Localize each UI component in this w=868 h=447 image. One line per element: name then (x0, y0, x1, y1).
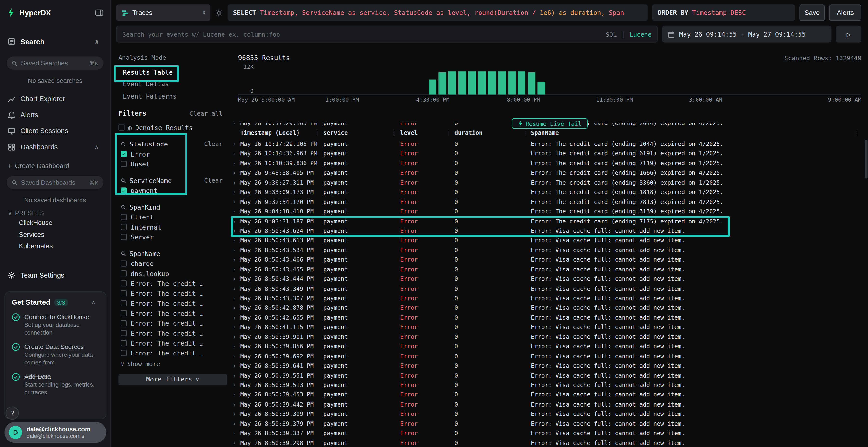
table-row[interactable]: ›May 26 8:50:43.624 PMpaymentError0Error… (232, 226, 863, 236)
sidebar-item-chart-explorer[interactable]: Chart Explorer (0, 91, 110, 107)
checkbox[interactable] (121, 350, 127, 356)
checkbox[interactable] (121, 340, 127, 346)
table-row[interactable]: ›May 26 8:50:43.466 PMpaymentError0Error… (232, 255, 863, 265)
sidebar-item-search[interactable]: Search ∧ (0, 33, 110, 50)
expand-row-icon[interactable]: › (232, 265, 240, 274)
preset-item-kubernetes[interactable]: Kubernetes (0, 240, 110, 251)
expand-row-icon[interactable]: › (232, 236, 240, 245)
chevron-up-icon[interactable]: ∧ (91, 299, 99, 305)
table-row[interactable]: ›May 26 10:14:36.963 PMpaymentError0Erro… (232, 149, 863, 159)
checkbox[interactable] (121, 260, 127, 266)
expand-row-icon[interactable]: › (232, 284, 240, 294)
table-row[interactable]: ›May 26 8:50:43.613 PMpaymentError0Error… (232, 236, 863, 245)
expand-row-icon[interactable]: › (232, 216, 240, 226)
filter-option[interactable]: ✓payment (118, 185, 227, 195)
saved-searches-input[interactable]: Saved Searches ⌘K (7, 56, 104, 70)
filter-option[interactable]: Server (118, 232, 227, 242)
chevron-up-icon[interactable]: ∧ (95, 38, 102, 44)
filter-option[interactable]: Error: The credit card … (118, 318, 227, 328)
alerts-button[interactable]: Alerts (829, 4, 861, 21)
checkbox[interactable] (121, 280, 127, 286)
table-row[interactable]: ›May 26 8:50:39.856 PMpaymentError0Error… (232, 342, 863, 351)
table-row[interactable]: ›May 26 8:50:39.453 PMpaymentError0Error… (232, 390, 863, 400)
denoise-results-toggle[interactable]: ◐ Denoise Results (118, 123, 227, 133)
checkbox[interactable] (118, 125, 124, 131)
filter-option[interactable]: Client (118, 212, 227, 222)
filter-option[interactable]: Error: The credit card … (118, 338, 227, 348)
sidebar-item-client-sessions[interactable]: Client Sessions (0, 123, 110, 139)
more-filters-button[interactable]: More filters ∨ (118, 374, 227, 385)
mode-event-patterns[interactable]: Event Patterns (118, 90, 227, 102)
table-row[interactable]: ›May 26 8:50:39.442 PMpaymentError0Error… (232, 400, 863, 409)
lucene-mode-toggle[interactable]: Lucene (629, 31, 651, 38)
show-more-button[interactable]: ∨ Show more (118, 360, 227, 368)
expand-row-icon[interactable]: › (232, 429, 240, 438)
checkbox[interactable]: ✓ (121, 187, 127, 194)
table-scrollbar[interactable] (865, 140, 867, 179)
expand-row-icon[interactable]: › (232, 123, 240, 128)
filter-group-name[interactable]: StatusCode (129, 140, 168, 148)
table-row[interactable]: ›May 26 9:48:38.405 PMpaymentError0Error… (232, 168, 863, 178)
column-handle-icon[interactable]: ⋮ (392, 129, 397, 136)
expand-row-icon[interactable]: › (232, 400, 240, 409)
column-handle-icon[interactable]: ⋮ (315, 129, 320, 136)
filter-option[interactable]: Error: The credit card … (118, 308, 227, 318)
sidebar-item-team-settings[interactable]: Team Settings (0, 267, 110, 284)
checkbox[interactable]: ✓ (121, 151, 127, 157)
table-row[interactable]: ›May 26 10:10:39.836 PMpaymentError0Erro… (232, 159, 863, 168)
table-row[interactable]: ›May 26 8:50:39.379 PMpaymentError0Error… (232, 419, 863, 429)
table-row[interactable]: ›May 26 8:50:43.444 PMpaymentError0Error… (232, 274, 863, 284)
checkbox[interactable] (121, 234, 127, 240)
collapse-sidebar-icon[interactable] (95, 9, 103, 16)
filter-option[interactable]: ✓Error (118, 149, 227, 159)
expand-row-icon[interactable]: › (232, 178, 240, 187)
expand-row-icon[interactable]: › (232, 313, 240, 322)
expand-row-icon[interactable]: › (232, 361, 240, 371)
filter-group-name[interactable]: ServiceName (129, 177, 172, 184)
chevron-up-icon[interactable]: ∧ (95, 144, 102, 150)
sql-orderby-editor[interactable]: ORDER BY Timestamp DESC (652, 4, 795, 21)
user-menu[interactable]: D dale@clickhouse.com dale@clickhouse.co… (4, 422, 106, 443)
expand-row-icon[interactable]: › (232, 371, 240, 380)
column-handle-icon[interactable]: ⋮ (522, 129, 528, 136)
filter-option[interactable]: charge (118, 259, 227, 268)
table-row[interactable]: ›May 26 9:03:31.187 PMpaymentError0Error… (232, 216, 863, 226)
column-header-service[interactable]: service⋮ (323, 129, 400, 136)
get-started-item[interactable]: Create Data Sources Configure where your… (11, 343, 99, 366)
filter-option[interactable]: Error: The credit card … (118, 348, 227, 358)
get-started-item[interactable]: Add Data Start sending logs, metrics, or… (11, 373, 99, 396)
create-dashboard-button[interactable]: + Create Dashboard (0, 158, 110, 174)
expand-row-icon[interactable]: › (232, 342, 240, 351)
help-button[interactable]: ? (5, 407, 19, 420)
filter-option[interactable]: Unset (118, 159, 227, 169)
saved-dashboards-input[interactable]: Saved Dashboards ⌘K (7, 176, 104, 189)
table-row[interactable]: ›May 26 8:50:39.399 PMpaymentError0Error… (232, 409, 863, 419)
filter-option[interactable]: Error: The credit card … (118, 278, 227, 288)
checkbox[interactable] (121, 330, 127, 336)
column-header-timestamp[interactable]: Timestamp (Local)⋮ (240, 129, 323, 136)
checkbox[interactable] (121, 290, 127, 296)
preset-item-clickhouse[interactable]: ClickHouse (0, 217, 110, 228)
filter-option[interactable]: Error: The credit card … (118, 328, 227, 338)
expand-row-icon[interactable]: › (232, 380, 240, 390)
table-row[interactable]: ›May 26 9:04:18.410 PMpaymentError0Error… (232, 207, 863, 216)
expand-row-icon[interactable]: › (232, 390, 240, 400)
table-row[interactable]: ›May 26 8:50:41.115 PMpaymentError0Error… (232, 322, 863, 332)
expand-row-icon[interactable]: › (232, 139, 240, 149)
expand-row-icon[interactable]: › (232, 159, 240, 168)
filter-option[interactable]: dns.lookup (118, 269, 227, 278)
date-range-picker[interactable]: May 26 09:14:55 - May 27 09:14:55 (662, 26, 832, 43)
table-row[interactable]: ›May 26 9:33:09.173 PMpaymentError0Error… (232, 187, 863, 197)
checkbox[interactable] (121, 300, 127, 306)
expand-row-icon[interactable]: › (232, 207, 240, 216)
filter-group-name[interactable]: SpanName (129, 250, 160, 257)
table-row[interactable]: ›May 26 8:50:39.298 PMpaymentError0Error… (232, 438, 863, 447)
expand-row-icon[interactable]: › (232, 409, 240, 419)
expand-row-icon[interactable]: › (232, 332, 240, 342)
table-row[interactable]: ›May 26 8:50:39.513 PMpaymentError0Error… (232, 380, 863, 390)
expand-row-icon[interactable]: › (232, 245, 240, 255)
table-row[interactable]: ›May 26 9:36:27.311 PMpaymentError0Error… (232, 178, 863, 187)
clear-filter-button[interactable]: Clear (204, 177, 222, 184)
expand-row-icon[interactable]: › (232, 322, 240, 332)
run-query-button[interactable]: ▷ (836, 26, 862, 43)
